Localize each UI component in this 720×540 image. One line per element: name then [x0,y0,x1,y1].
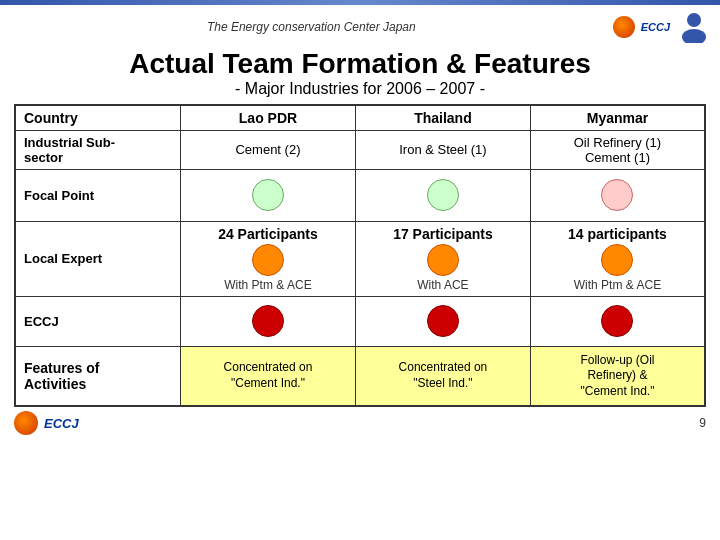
svg-point-1 [682,29,706,43]
main-table: Country Lao PDR Thailand Myanmar Industr… [14,104,706,408]
eccj-thai-circle [427,305,459,337]
eccj-thai [355,296,530,346]
lao-participants: 24 Participants [187,226,349,242]
focal-lao [180,169,355,221]
page-number: 9 [699,416,706,430]
col-thailand: Thailand [355,105,530,131]
thai-features: Concentrated on"Steel Ind." [355,346,530,406]
eccj-logo: ECCJ [613,16,670,38]
focal-thai [355,169,530,221]
eccj-lao [180,296,355,346]
lao-features: Concentrated on"Cement Ind." [180,346,355,406]
myan-expert: 14 participants With Ptm & ACE [530,221,705,296]
myan-participants: 14 participants [537,226,698,242]
eccj-myan [530,296,705,346]
focal-row: Focal Point [15,169,705,221]
focal-myan [530,169,705,221]
focal-myan-circle [601,179,633,211]
header-bar: The Energy conservation Center Japan ECC… [0,7,720,47]
features-row: Features ofActivities Concentrated on"Ce… [15,346,705,406]
thai-industrial: Iron & Steel (1) [355,130,530,169]
main-table-wrapper: Country Lao PDR Thailand Myanmar Industr… [0,104,720,408]
main-title: Actual Team Formation & Features [0,49,720,80]
col-lao: Lao PDR [180,105,355,131]
table-header-row: Country Lao PDR Thailand Myanmar [15,105,705,131]
focal-thai-circle [427,179,459,211]
footer: ECCJ 9 [0,407,720,439]
thai-expert: 17 Participants With ACE [355,221,530,296]
eccj-lao-circle [252,305,284,337]
center-title: The Energy conservation Center Japan [10,20,613,34]
footer-eccj-circle [14,411,38,435]
person-icon [678,11,710,43]
eccj-logo-circle [613,16,635,38]
svg-point-0 [687,13,701,27]
myan-industrial: Oil Refinery (1)Cement (1) [530,130,705,169]
col-country: Country [15,105,180,131]
lao-with: With Ptm & ACE [187,278,349,292]
myan-expert-circle [601,244,633,276]
eccj-row-label: ECCJ [15,296,180,346]
lao-expert: 24 Participants With Ptm & ACE [180,221,355,296]
eccj-myan-circle [601,305,633,337]
myan-with: With Ptm & ACE [537,278,698,292]
myan-features: Follow-up (OilRefinery) &"Cement Ind." [530,346,705,406]
footer-eccj-label: ECCJ [44,416,79,431]
lao-expert-circle [252,244,284,276]
focal-lao-circle [252,179,284,211]
eccj-row: ECCJ [15,296,705,346]
eccj-logo-label: ECCJ [641,21,670,33]
expert-row: Local Expert 24 Participants With Ptm & … [15,221,705,296]
expert-label: Local Expert [15,221,180,296]
thai-with: With ACE [362,278,524,292]
features-label: Features ofActivities [15,346,180,406]
industrial-row: Industrial Sub-sector Cement (2) Iron & … [15,130,705,169]
col-myanmar: Myanmar [530,105,705,131]
thai-expert-circle [427,244,459,276]
industrial-label: Industrial Sub-sector [15,130,180,169]
sub-title: - Major Industries for 2006 – 2007 - [0,80,720,98]
focal-label: Focal Point [15,169,180,221]
lao-industrial: Cement (2) [180,130,355,169]
thai-participants: 17 Participants [362,226,524,242]
